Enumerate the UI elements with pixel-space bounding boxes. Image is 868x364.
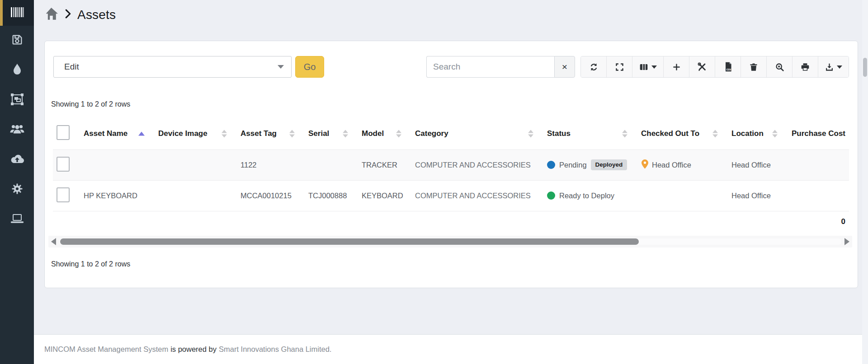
table-row[interactable]: HP KEYBOARD MCCA0010215 TCJ000888 KEYBOA… [53, 180, 849, 211]
column-header-model[interactable]: Model [353, 118, 406, 149]
sidebar-item-image-frame[interactable] [0, 85, 34, 115]
chevron-down-icon [651, 65, 657, 69]
chevron-right-icon [65, 9, 71, 20]
zoom-in-button[interactable] [767, 56, 793, 77]
checked-out-to-cell: Head Office [632, 149, 722, 180]
sidebar-item-settings[interactable] [0, 175, 34, 205]
download-button[interactable] [818, 56, 849, 77]
sidebar-item-laptop[interactable] [0, 205, 34, 234]
column-header-device-image[interactable]: Device Image [149, 118, 231, 149]
tools-button[interactable] [689, 56, 715, 77]
sort-icon [712, 130, 718, 137]
row-checkbox[interactable] [57, 187, 70, 202]
chevron-down-icon [837, 65, 842, 69]
clear-search-button[interactable]: × [554, 56, 575, 78]
device-image-cell [149, 180, 231, 211]
plus-icon [672, 62, 681, 72]
category-cell: COMPUTER AND ACCESSORIES [406, 180, 538, 211]
chevron-down-icon [278, 65, 284, 69]
sidebar-item-users[interactable] [0, 115, 34, 145]
columns-icon [639, 62, 649, 72]
pagination-summary-top: Showing 1 to 2 of 2 rows [51, 100, 858, 108]
home-icon[interactable] [44, 7, 59, 22]
main-content: Assets Edit Go × [34, 0, 868, 364]
sidebar-item-save[interactable] [0, 26, 34, 56]
scrollbar-track[interactable] [59, 238, 841, 245]
page-title: Assets [77, 8, 116, 22]
scroll-left-arrow-icon[interactable] [51, 238, 56, 245]
barcode-icon [10, 7, 24, 19]
svg-text:csv: csv [726, 68, 731, 71]
checked-out-to-cell [632, 180, 722, 211]
sidebar [0, 0, 34, 364]
asset-tag-cell: MCCA0010215 [231, 180, 299, 211]
location-cell: Head Office [722, 149, 782, 180]
columns-button[interactable] [632, 56, 664, 77]
print-icon [800, 62, 810, 72]
status-cell: Pending Deployed [538, 149, 632, 180]
refresh-button[interactable] [581, 56, 607, 77]
location-cell: Head Office [722, 180, 782, 211]
sort-icon [222, 130, 227, 137]
footer-powered-by: is powered by [170, 345, 217, 354]
breadcrumb: Assets [44, 7, 116, 22]
row-checkbox[interactable] [57, 157, 70, 172]
file-csv-icon: csv [724, 62, 732, 72]
cloud-upload-icon [10, 154, 24, 166]
table-row[interactable]: 1122 TRACKER COMPUTER AND ACCESSORIES Pe… [53, 149, 849, 180]
sort-icon [396, 130, 401, 137]
export-csv-button[interactable]: csv [715, 56, 741, 77]
status-pending-dot [547, 161, 555, 169]
status-cell: Ready to Deploy [538, 180, 632, 211]
category-cell: COMPUTER AND ACCESSORIES [406, 149, 538, 180]
model-cell: TRACKER [353, 149, 406, 180]
sort-icon [343, 130, 348, 137]
asset-name-cell: HP KEYBOARD [75, 180, 149, 211]
column-header-purchase-cost[interactable]: Purchase Cost [782, 118, 849, 149]
column-header-location[interactable]: Location [722, 118, 782, 149]
bulk-action-select[interactable]: Edit [53, 56, 292, 78]
print-button[interactable] [793, 56, 818, 77]
asset-list-screen: Assets Edit Go × [0, 0, 868, 364]
table-actions-group: csv [580, 56, 849, 78]
column-header-checked-out-to[interactable]: Checked Out To [632, 118, 722, 149]
vertical-scrollbar-thumb[interactable] [863, 58, 867, 77]
scrollbar-thumb[interactable] [60, 238, 639, 245]
status-ready-dot [547, 191, 555, 200]
column-header-asset-tag[interactable]: Asset Tag [231, 118, 299, 149]
header-row: Asset Name Device Image Asset Tag S [53, 118, 849, 149]
zoom-in-icon [775, 62, 784, 72]
scroll-right-arrow-icon[interactable] [844, 238, 849, 245]
asset-name-cell [75, 149, 149, 180]
sidebar-item-barcode-assets[interactable] [0, 0, 34, 26]
vertical-scrollbar[interactable] [862, 0, 868, 364]
select-all-checkbox[interactable] [57, 125, 70, 140]
assets-table: Asset Name Device Image Asset Tag S [53, 118, 849, 232]
checked-out-to-link[interactable]: Head Office [652, 161, 691, 169]
fullscreen-icon [615, 62, 624, 72]
column-header-asset-name[interactable]: Asset Name [75, 118, 149, 149]
save-icon [11, 33, 24, 48]
assets-table-card: Edit Go × [44, 41, 858, 288]
page-footer: MINCOM Asset Management System is powere… [34, 334, 868, 364]
device-image-cell [149, 149, 231, 180]
delete-button[interactable] [741, 56, 767, 77]
footer-company: Smart Innovations Ghana Limited. [219, 345, 331, 354]
serial-cell [299, 149, 353, 180]
horizontal-scrollbar [48, 236, 852, 247]
sidebar-item-droplet[interactable] [0, 56, 34, 85]
fullscreen-button[interactable] [607, 56, 632, 77]
purchase-cost-cell [782, 180, 849, 211]
purchase-cost-cell [782, 149, 849, 180]
column-header-status[interactable]: Status [538, 118, 632, 149]
column-header-category[interactable]: Category [406, 118, 538, 149]
sort-ascending-icon [138, 131, 145, 135]
search-input[interactable] [426, 56, 554, 78]
model-cell: KEYBOARD [353, 180, 406, 211]
footer-brand: MINCOM Asset Management System [44, 345, 168, 354]
add-button[interactable] [664, 56, 689, 77]
table-toolbar: Edit Go × [53, 56, 849, 78]
column-header-serial[interactable]: Serial [299, 118, 353, 149]
go-button[interactable]: Go [295, 56, 324, 78]
sidebar-item-cloud-upload[interactable] [0, 145, 34, 175]
